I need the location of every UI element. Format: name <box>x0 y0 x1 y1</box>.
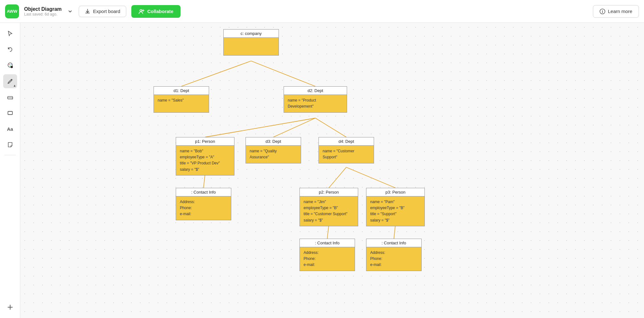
sidebar-divider <box>4 155 16 155</box>
board-dropdown-button[interactable] <box>67 8 74 15</box>
uml-node-d2[interactable]: d2: Deptname = "Product Developement" <box>284 86 347 113</box>
pen-tool-button[interactable] <box>3 74 17 88</box>
add-tool-button[interactable] <box>3 300 17 314</box>
uml-node-p2[interactable]: p2: Personname = "Jim" employeeType = "B… <box>299 188 358 226</box>
rectangle-icon <box>7 109 14 116</box>
text-tool-label: Aa <box>7 126 13 132</box>
svg-point-5 <box>10 64 11 65</box>
color-tool-button[interactable] <box>3 58 17 72</box>
uml-node-d1[interactable]: d1: Deptname = "Sales" <box>154 86 209 113</box>
uml-body-contact1: Address: Phone: e-mail: <box>176 196 231 220</box>
cursor-icon <box>7 30 13 37</box>
diagram-container: c: companyd1: Deptname = "Sales"d2: Dept… <box>20 23 644 318</box>
logo: AWW <box>5 4 19 18</box>
uml-header-d2: d2: Dept <box>284 87 347 95</box>
uml-node-p3[interactable]: p3: Personname = "Pam" employeeType = "B… <box>366 188 425 226</box>
uml-body-d4: name = "Customer Support" <box>319 146 374 163</box>
uml-body-p2: name = "Jim" employeeType = "B" title = … <box>300 196 358 226</box>
uml-header-contact3: : Contact Info <box>366 239 421 247</box>
svg-rect-11 <box>8 111 12 115</box>
uml-header-p1: p1: Person <box>176 137 234 146</box>
uml-body-contact3: Address: Phone: e-mail: <box>366 247 421 271</box>
eraser-icon <box>7 94 14 101</box>
uml-node-p1[interactable]: p1: Personname = "Bob" employeeType = "A… <box>176 137 234 176</box>
uml-body-d1: name = "Sales" <box>154 95 209 112</box>
uml-node-company[interactable]: c: company <box>223 29 279 56</box>
note-icon <box>7 142 13 148</box>
uml-body-p3: name = "Pam" employeeType = "B" title = … <box>366 196 424 226</box>
text-tool-button[interactable]: Aa <box>3 122 17 136</box>
uml-node-contact3[interactable]: : Contact InfoAddress: Phone: e-mail: <box>366 239 422 271</box>
shape-tool-button[interactable] <box>3 106 17 120</box>
uml-header-d3: d3: Dept <box>246 137 301 146</box>
collaborate-icon <box>138 8 145 15</box>
learn-more-button[interactable]: Learn more <box>593 5 639 18</box>
select-tool-button[interactable] <box>3 27 17 41</box>
undo-icon <box>7 46 13 53</box>
eraser-tool-button[interactable] <box>3 90 17 104</box>
plus-icon <box>7 304 14 311</box>
uml-body-p1: name = "Bob" employeeType = "A" title = … <box>176 146 234 175</box>
uml-header-d4: d4: Dept <box>319 137 374 146</box>
sidebar: Aa <box>0 23 20 318</box>
uml-header-p2: p2: Person <box>300 188 358 196</box>
svg-point-2 <box>602 10 603 10</box>
uml-header-company: c: company <box>224 30 279 38</box>
svg-point-6 <box>10 66 10 67</box>
uml-body-contact2: Address: Phone: e-mail: <box>300 247 355 271</box>
header: AWW Object Diagram Last saved: 6d ago. E… <box>0 0 644 23</box>
uml-node-contact1[interactable]: : Contact InfoAddress: Phone: e-mail: <box>176 188 231 220</box>
uml-body-company <box>224 38 279 55</box>
export-icon <box>85 9 90 14</box>
svg-point-0 <box>140 10 142 11</box>
pen-submenu-indicator <box>13 84 16 87</box>
uml-body-d2: name = "Product Developement" <box>284 95 347 112</box>
uml-node-d4[interactable]: d4: Deptname = "Customer Support" <box>319 137 374 163</box>
board-info: Object Diagram Last saved: 6d ago. <box>24 6 62 17</box>
svg-marker-8 <box>14 85 16 87</box>
uml-header-p3: p3: Person <box>366 188 424 196</box>
pen-icon <box>7 78 13 84</box>
board-subtitle: Last saved: 6d ago. <box>24 12 62 17</box>
uml-header-contact1: : Contact Info <box>176 188 231 196</box>
main-area: Aa c: companyd1: Deptname = "Sales"d2: D… <box>0 23 644 318</box>
uml-header-contact2: : Contact Info <box>300 239 355 247</box>
info-icon <box>600 9 605 14</box>
uml-node-contact2[interactable]: : Contact InfoAddress: Phone: e-mail: <box>299 239 355 271</box>
export-board-button[interactable]: Export board <box>79 6 126 17</box>
uml-header-d1: d1: Dept <box>154 87 209 95</box>
uml-node-d3[interactable]: d3: Deptname = "Quality Assurance" <box>246 137 301 163</box>
undo-tool-button[interactable] <box>3 43 17 56</box>
collaborate-button[interactable]: Collaborate <box>131 5 181 18</box>
board-title: Object Diagram <box>24 6 62 12</box>
svg-point-7 <box>10 66 13 68</box>
canvas[interactable]: c: companyd1: Deptname = "Sales"d2: Dept… <box>20 23 644 318</box>
palette-icon <box>7 62 14 69</box>
svg-point-10 <box>12 98 13 100</box>
svg-point-4 <box>9 64 10 65</box>
sticky-tool-button[interactable] <box>3 138 17 152</box>
uml-body-d3: name = "Quality Assurance" <box>246 146 301 163</box>
